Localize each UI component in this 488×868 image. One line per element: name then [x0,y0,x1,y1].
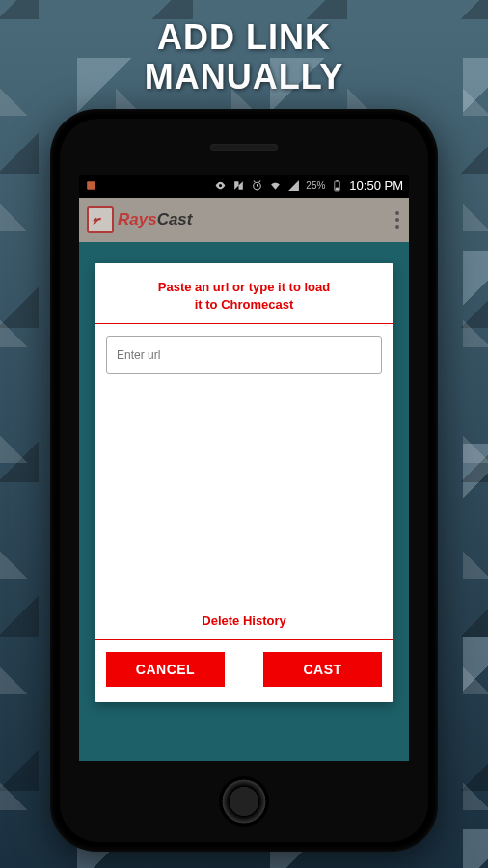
brand-part1: Rays [118,210,157,229]
app-body: Paste an url or type it to load it to Ch… [79,242,409,761]
home-button[interactable] [219,776,269,827]
alarm-icon [251,179,263,192]
status-bar: 25% 10:50 PM [79,175,409,198]
add-link-dialog: Paste an url or type it to load it to Ch… [95,263,393,702]
device-screen: 25% 10:50 PM RaysCast [79,175,409,761]
cast-button[interactable]: CAST [263,652,382,687]
notification-icon [85,179,97,192]
dialog-title-line1: Paste an url or type it to load [125,279,363,296]
app-brand: RaysCast [118,210,193,230]
overflow-menu-button[interactable] [395,198,399,242]
battery-percent: 25% [306,180,325,191]
promo-title-line1: ADD LINK [145,17,344,57]
promo-background: ADD LINK MANUALLY [0,0,488,868]
svg-rect-3 [337,180,339,181]
divider [95,323,393,324]
promo-title: ADD LINK MANUALLY [145,17,344,97]
svg-rect-0 [87,181,95,190]
divider [95,639,393,640]
dialog-spacer [106,374,382,606]
app-header: RaysCast [79,198,409,242]
dialog-title-line2: it to Chromecast [125,296,363,313]
dialog-title: Paste an url or type it to load it to Ch… [106,275,382,323]
nfc-icon [232,179,245,192]
cancel-button[interactable]: CANCEL [106,652,225,687]
delete-history-link[interactable]: Delete History [106,606,382,639]
url-input[interactable] [106,336,382,374]
wifi-icon [269,179,282,192]
status-clock: 10:50 PM [349,178,403,193]
phone-inner: 25% 10:50 PM RaysCast [60,119,428,842]
earpiece [210,144,278,151]
phone-frame: 25% 10:50 PM RaysCast [50,109,438,852]
svg-rect-4 [336,188,339,191]
app-logo [87,206,114,233]
promo-title-line2: MANUALLY [145,57,344,96]
dialog-button-row: CANCEL CAST [106,652,382,689]
battery-icon [331,179,343,192]
eye-icon [214,179,227,192]
brand-part2: Cast [157,210,193,229]
signal-icon [287,179,300,192]
